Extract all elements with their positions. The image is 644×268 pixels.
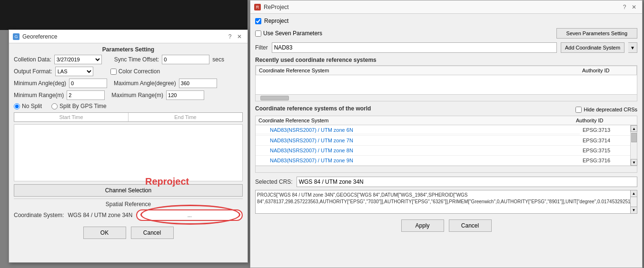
- recently-col-crs: Coordinate Reference System: [256, 68, 579, 73]
- split-gps-radio[interactable]: [51, 103, 58, 109]
- georef-title: Georeference: [22, 33, 57, 40]
- hide-deprecated-label: Hide deprecated CRSs: [584, 107, 637, 112]
- coordinate-system-row: Coordinate System: WGS 84 / UTM zone 34N…: [14, 209, 243, 221]
- no-split-radio[interactable]: [14, 103, 20, 109]
- min-range-label: Minimum Range(m): [14, 92, 64, 99]
- georef-dialog: G Georeference ? ✕ Parameters Setting Co…: [9, 30, 248, 263]
- wkt-scrollbar: ▲ ▼: [631, 190, 637, 214]
- ok-button[interactable]: OK: [83, 227, 126, 239]
- max-range-label: Maximum Range(m): [111, 92, 163, 99]
- coordinate-system-value: WGS 84 / UTM zone 34N: [68, 212, 132, 218]
- recently-hscrollbar[interactable]: [256, 94, 637, 101]
- georef-titlebar: G Georeference ? ✕: [9, 30, 248, 43]
- no-split-label: No Split: [22, 103, 42, 109]
- spatial-reference-label: Spatial Reference: [14, 201, 243, 208]
- cancel-button[interactable]: Cancel: [131, 227, 174, 239]
- filter-label: Filter: [255, 44, 268, 51]
- background-dark: [0, 0, 248, 30]
- min-range-input[interactable]: [67, 90, 105, 100]
- world-table-header: Coordinate Reference System Authority ID: [256, 116, 637, 125]
- min-angle-label: Minimum Angle(deg): [14, 80, 66, 87]
- wkt-wrapper: PROJCS["WGS 84 / UTM zone 34N",GEOGCS["W…: [255, 190, 637, 214]
- wkt-scroll-track: [631, 197, 637, 207]
- add-coordinate-dropdown[interactable]: ▼: [628, 42, 637, 53]
- start-time-cell: Start Time: [14, 113, 129, 121]
- crs-cell-1: NAD83(NSRS2007) / UTM zone 7N: [256, 137, 580, 144]
- min-angle-input[interactable]: [69, 79, 107, 88]
- rp-cancel-button[interactable]: Cancel: [449, 219, 492, 232]
- seven-params-button[interactable]: Seven Parameters Setting: [556, 28, 637, 39]
- coord-browse-button[interactable]: ...: [136, 209, 243, 221]
- split-radio-group: No Split Split By GPS Time: [14, 103, 243, 109]
- world-scrollbar-spacer: [630, 118, 637, 123]
- use-seven-label: Use Seven Parameters: [263, 30, 322, 37]
- world-scrollbar-v: ▲ ▼: [630, 125, 637, 166]
- table-row[interactable]: NAD83(NSRS2007) / UTM zone 8N EPSG:3715: [256, 146, 637, 156]
- world-table-container: Coordinate Reference System Authority ID…: [255, 116, 637, 173]
- auth-cell-3: EPSG:3716: [580, 157, 637, 164]
- rp-reproject-checkbox[interactable]: [255, 18, 261, 24]
- table-row[interactable]: NAD83(NSRS2007) / UTM zone 9N EPSG:3716: [256, 156, 637, 166]
- sync-time-offset-input[interactable]: [162, 55, 209, 64]
- range-row: Minimum Range(m) Maximum Range(m): [14, 90, 243, 100]
- georef-titlebar-buttons: ? ✕: [226, 32, 244, 41]
- wkt-scroll-down[interactable]: ▼: [631, 207, 637, 213]
- filter-row: Filter Add Coordinate System ▼: [255, 42, 637, 53]
- add-coordinate-button[interactable]: Add Coordinate System: [561, 42, 624, 53]
- max-angle-input[interactable]: [179, 79, 217, 88]
- recently-table-header: Coordinate Reference System Authority ID: [256, 66, 637, 75]
- georef-icon: G: [13, 33, 20, 40]
- rp-help-button[interactable]: ?: [620, 3, 629, 11]
- apply-button[interactable]: Apply: [401, 219, 444, 232]
- selected-crs-label: Selected CRS:: [255, 179, 293, 185]
- world-table-body: NAD83(NSRS2007) / UTM zone 6N EPSG:3713 …: [256, 125, 637, 166]
- world-header: Coordinate reference systems of the worl…: [255, 105, 637, 114]
- spatial-reference-section: Spatial Reference Coordinate System: WGS…: [14, 199, 243, 221]
- rp-reproject-label: Reproject: [264, 18, 288, 24]
- rp-titlebar: R ReProject ? ✕: [250, 0, 642, 14]
- use-seven-checkbox[interactable]: [255, 30, 261, 37]
- scrollbar-thumb: [631, 133, 637, 142]
- hide-deprecated-row: Hide deprecated CRSs: [575, 107, 637, 113]
- hide-deprecated-checkbox[interactable]: [575, 107, 582, 113]
- seven-params-checkbox-row: Use Seven Parameters: [255, 30, 322, 37]
- end-time-cell: End Time: [129, 113, 242, 121]
- world-hscrollbar[interactable]: [256, 166, 637, 172]
- recently-table-body: [256, 75, 637, 94]
- rp-close-button[interactable]: ✕: [630, 3, 638, 11]
- table-row[interactable]: NAD83(NSRS2007) / UTM zone 7N EPSG:3714: [256, 136, 637, 146]
- channel-selection-button[interactable]: Channel Selection: [14, 184, 243, 197]
- recently-section-title: Recently used coordinate reference syste…: [255, 57, 637, 63]
- scrollbar-down-arrow[interactable]: ▼: [631, 159, 637, 166]
- wkt-container: PROJCS["WGS 84 / UTM zone 34N",GEOGCS["W…: [255, 190, 637, 214]
- georef-close-button[interactable]: ✕: [235, 32, 244, 41]
- georef-footer: OK Cancel: [14, 224, 243, 242]
- secs-label: secs: [212, 56, 224, 63]
- coordinate-system-label: Coordinate System:: [14, 212, 64, 218]
- table-row[interactable]: NAD83(NSRS2007) / UTM zone 6N EPSG:3713: [256, 125, 637, 136]
- world-crs-section: Coordinate reference systems of the worl…: [255, 105, 637, 173]
- filter-input[interactable]: [272, 42, 557, 53]
- empty-data-area: [14, 124, 243, 181]
- auth-cell-0: EPSG:3713: [580, 126, 637, 134]
- sync-time-offset-label: Sync Time Offset:: [114, 56, 159, 63]
- reproject-dialog: R ReProject ? ✕ Reproject Use Seven Para…: [250, 0, 643, 268]
- color-correction-label: Color Correction: [119, 68, 160, 75]
- scrollbar-up-arrow[interactable]: ▲: [631, 125, 637, 132]
- max-range-input[interactable]: [166, 90, 204, 100]
- rp-title: ReProject: [264, 4, 289, 10]
- recently-used-section: Recently used coordinate reference syste…: [255, 57, 637, 101]
- scrollbar-track: [631, 132, 637, 159]
- georef-help-button[interactable]: ?: [226, 32, 234, 41]
- crs-cell-3: NAD83(NSRS2007) / UTM zone 9N: [256, 157, 580, 164]
- selected-crs-input[interactable]: [297, 177, 637, 187]
- color-correction-checkbox[interactable]: [110, 69, 117, 75]
- no-split-radio-item: No Split: [14, 103, 42, 109]
- seven-params-row: Use Seven Parameters Seven Parameters Se…: [255, 28, 637, 39]
- collection-data-select[interactable]: 3/27/2019: [54, 55, 102, 64]
- wkt-scroll-up[interactable]: ▲: [631, 190, 637, 197]
- output-format-select[interactable]: LAS: [55, 67, 93, 76]
- angle-row: Minimum Angle(deg) Maximum Angle(degree): [14, 79, 243, 88]
- rp-body: Reproject Use Seven Parameters Seven Par…: [250, 14, 642, 238]
- auth-cell-2: EPSG:3715: [580, 147, 637, 154]
